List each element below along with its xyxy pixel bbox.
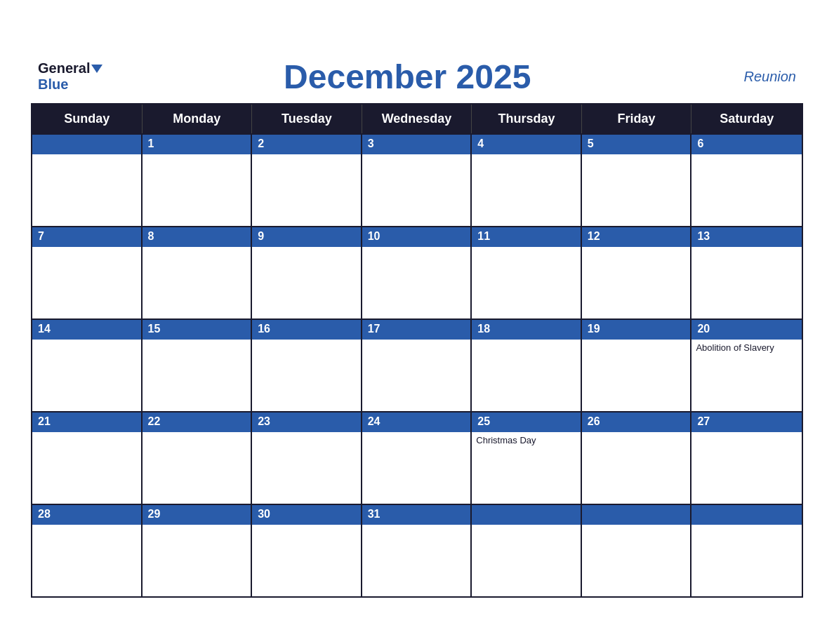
day-cell: 28 — [32, 505, 143, 596]
header-sunday: Sunday — [32, 105, 143, 133]
day-cell: 21 — [32, 412, 143, 504]
day-cell: 4 — [472, 135, 582, 226]
day-cell: 18 — [472, 320, 582, 411]
day-event: Christmas Day — [472, 432, 581, 448]
day-cell: 11 — [472, 227, 582, 318]
day-cell: 24 — [362, 412, 472, 504]
week-row-5: 28293031 — [32, 504, 802, 596]
header-tuesday: Tuesday — [252, 105, 362, 133]
day-number: 17 — [362, 320, 471, 340]
weeks-container: 1234567891011121314151617181920Abolition… — [32, 133, 802, 596]
header-monday: Monday — [143, 105, 253, 133]
day-cell: 29 — [143, 505, 253, 596]
day-number: 6 — [691, 135, 802, 154]
day-number — [691, 505, 802, 525]
header-thursday: Thursday — [472, 105, 582, 133]
day-number: 25 — [472, 412, 581, 432]
day-number: 18 — [472, 320, 581, 340]
day-number: 30 — [252, 505, 361, 525]
region-label: Reunion — [712, 69, 796, 85]
week-row-4: 2122232425Christmas Day2627 — [32, 411, 802, 504]
day-number: 20 — [691, 320, 802, 340]
logo-general-text: General — [38, 60, 90, 76]
day-cell: 15 — [143, 320, 253, 411]
day-number: 29 — [143, 505, 251, 525]
header-wednesday: Wednesday — [362, 105, 472, 133]
day-cell: 5 — [582, 135, 692, 226]
day-number: 2 — [252, 135, 361, 154]
week-row-2: 78910111213 — [32, 226, 802, 318]
day-number: 15 — [143, 320, 251, 340]
day-cell: 20Abolition of Slavery — [691, 320, 802, 411]
week-row-3: 14151617181920Abolition of Slavery — [32, 318, 802, 411]
day-number: 8 — [143, 227, 251, 247]
day-number — [472, 505, 581, 525]
day-cell: 12 — [582, 227, 692, 318]
day-cell: 8 — [143, 227, 253, 318]
day-number: 27 — [691, 412, 802, 432]
day-number: 7 — [32, 227, 141, 247]
logo-blue-text: Blue — [38, 76, 68, 93]
day-number — [582, 505, 691, 525]
day-number: 11 — [472, 227, 581, 247]
day-cell — [691, 505, 802, 596]
day-cell: 3 — [362, 135, 472, 226]
day-cell: 27 — [691, 412, 802, 504]
day-cell: 6 — [691, 135, 802, 226]
day-cell: 30 — [252, 505, 362, 596]
day-number: 14 — [32, 320, 141, 340]
day-cell: 22 — [143, 412, 253, 504]
day-cell: 19 — [582, 320, 692, 411]
day-number: 9 — [252, 227, 361, 247]
day-event: Abolition of Slavery — [691, 340, 802, 356]
day-number: 12 — [582, 227, 691, 247]
day-cell — [32, 135, 143, 226]
day-number: 3 — [362, 135, 471, 154]
logo: General Blue — [38, 60, 102, 93]
day-number: 28 — [32, 505, 141, 525]
day-number: 4 — [472, 135, 581, 154]
day-number: 16 — [252, 320, 361, 340]
day-number: 10 — [362, 227, 471, 247]
day-header-row: Sunday Monday Tuesday Wednesday Thursday… — [32, 105, 802, 133]
day-cell: 1 — [143, 135, 253, 226]
day-cell: 23 — [252, 412, 362, 504]
day-number: 19 — [582, 320, 691, 340]
calendar-grid: Sunday Monday Tuesday Wednesday Thursday… — [31, 103, 803, 598]
day-cell: 16 — [252, 320, 362, 411]
day-cell: 2 — [252, 135, 362, 226]
day-number: 21 — [32, 412, 141, 432]
day-cell: 14 — [32, 320, 143, 411]
day-number: 5 — [582, 135, 691, 154]
day-cell — [582, 505, 692, 596]
day-number: 24 — [362, 412, 471, 432]
calendar-header: General Blue December 2025 Reunion — [31, 47, 803, 103]
day-cell: 17 — [362, 320, 472, 411]
day-cell — [472, 505, 582, 596]
calendar-container: General Blue December 2025 Reunion Sunda… — [31, 47, 803, 598]
day-cell: 31 — [362, 505, 472, 596]
day-number: 1 — [143, 135, 251, 154]
day-number — [32, 135, 141, 154]
day-number: 22 — [143, 412, 251, 432]
calendar-title: December 2025 — [102, 58, 712, 96]
week-row-1: 123456 — [32, 133, 802, 226]
header-friday: Friday — [582, 105, 692, 133]
day-number: 13 — [691, 227, 802, 247]
header-saturday: Saturday — [691, 105, 802, 133]
day-number: 31 — [362, 505, 471, 525]
day-cell: 9 — [252, 227, 362, 318]
logo-triangle-icon — [91, 65, 102, 73]
day-cell: 7 — [32, 227, 143, 318]
day-cell: 25Christmas Day — [472, 412, 582, 504]
day-cell: 13 — [691, 227, 802, 318]
day-cell: 26 — [582, 412, 692, 504]
day-number: 26 — [582, 412, 691, 432]
day-number: 23 — [252, 412, 361, 432]
day-cell: 10 — [362, 227, 472, 318]
